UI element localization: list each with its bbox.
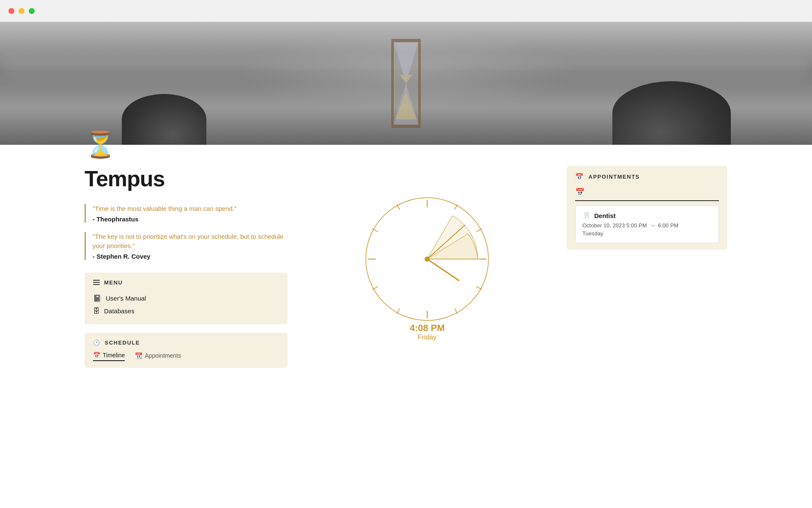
tab-timeline[interactable]: 📅 Timeline bbox=[93, 352, 125, 361]
appointment-time-end: 6:00 PM bbox=[658, 222, 678, 229]
appointment-date: October 10, 2023 bbox=[582, 222, 625, 229]
svg-rect-0 bbox=[391, 39, 421, 42]
menu-line bbox=[93, 280, 100, 281]
quote-text-1: "Time is the most valuable thing a man c… bbox=[93, 204, 288, 214]
main-content: Tempus "Time is the most valuable thing … bbox=[0, 157, 812, 393]
schedule-label: SCHEDULE bbox=[105, 340, 140, 346]
hero-hourglass-icon bbox=[387, 37, 425, 130]
menu-lines-icon bbox=[93, 280, 100, 285]
svg-rect-2 bbox=[391, 42, 394, 124]
schedule-section: 🕐 SCHEDULE 📅 Timeline 📆 Appointments bbox=[85, 333, 288, 368]
menu-item-label-users-manual: User's Manual bbox=[106, 295, 146, 302]
right-column: 📅 APPOINTMENTS 📅 🦷 Dentist October 10, 2… bbox=[567, 166, 727, 368]
calendar-mini-icon: 📅 bbox=[575, 188, 719, 201]
appointment-time-start: 5:00 PM bbox=[626, 222, 647, 229]
left-column: Tempus "Time is the most valuable thing … bbox=[85, 166, 288, 368]
appointments-section: 📅 APPOINTMENTS 📅 🦷 Dentist October 10, 2… bbox=[567, 166, 727, 250]
appointment-title: 🦷 Dentist bbox=[582, 212, 712, 220]
page-title: Tempus bbox=[85, 166, 288, 191]
svg-line-22 bbox=[427, 259, 459, 280]
menu-header: MENU bbox=[93, 279, 279, 286]
minimize-button[interactable] bbox=[19, 8, 25, 14]
appointment-card-dentist: 🦷 Dentist October 10, 2023 5:00 PM → 6:0… bbox=[575, 205, 719, 243]
center-column: 4:08 PM Friday bbox=[313, 166, 541, 368]
database-icon: 🗄 bbox=[93, 307, 100, 315]
quote-author-2: - Stephen R. Covey bbox=[93, 253, 288, 260]
appointment-time: October 10, 2023 5:00 PM → 6:00 PM bbox=[582, 222, 712, 229]
page-icon: ⏳ bbox=[85, 130, 116, 159]
menu-label: MENU bbox=[104, 279, 123, 286]
menu-item-label-databases: Databases bbox=[104, 307, 134, 315]
appointments-label: APPOINTMENTS bbox=[589, 174, 640, 180]
menu-line bbox=[93, 282, 100, 283]
clock-day-text: Friday bbox=[409, 334, 444, 341]
tab-appointments[interactable]: 📆 Appointments bbox=[135, 352, 181, 361]
hero-banner bbox=[0, 22, 812, 145]
menu-section: MENU 📓 User's Manual 🗄 Databases bbox=[85, 273, 288, 324]
quote-author-1: - Theophrastus bbox=[93, 215, 288, 223]
arrow-icon: → bbox=[650, 222, 655, 229]
quote-block-2: "The key is not to prioritize what's on … bbox=[85, 232, 288, 260]
tab-appointments-label: Appointments bbox=[145, 352, 181, 359]
close-button[interactable] bbox=[8, 8, 14, 14]
svg-point-25 bbox=[425, 257, 430, 262]
clock-container bbox=[359, 191, 495, 327]
appointment-name: Dentist bbox=[594, 212, 616, 219]
tab-timeline-label: Timeline bbox=[103, 352, 125, 359]
menu-item-users-manual[interactable]: 📓 User's Manual bbox=[93, 292, 279, 305]
appointments-tab-icon: 📆 bbox=[135, 352, 142, 359]
svg-marker-7 bbox=[395, 92, 417, 119]
appointment-day: Tuesday bbox=[582, 230, 712, 237]
svg-rect-1 bbox=[391, 124, 421, 128]
clock-face-svg bbox=[359, 191, 495, 327]
maximize-button[interactable] bbox=[29, 8, 35, 14]
notebook-icon: 📓 bbox=[93, 294, 102, 302]
tooth-icon: 🦷 bbox=[582, 212, 591, 220]
menu-line bbox=[93, 284, 100, 285]
quote-block-1: "Time is the most valuable thing a man c… bbox=[85, 204, 288, 223]
svg-marker-6 bbox=[400, 75, 412, 83]
clock-icon: 🕐 bbox=[93, 340, 101, 346]
quote-text-2: "The key is not to prioritize what's on … bbox=[93, 232, 288, 251]
menu-item-databases[interactable]: 🗄 Databases bbox=[93, 305, 279, 318]
schedule-header: 🕐 SCHEDULE bbox=[93, 340, 279, 346]
appointments-body: 📅 🦷 Dentist October 10, 2023 5:00 PM → 6… bbox=[575, 188, 719, 243]
page-icon-container: ⏳ bbox=[0, 132, 812, 157]
appointments-header: 📅 APPOINTMENTS bbox=[575, 173, 719, 181]
svg-rect-3 bbox=[418, 42, 421, 124]
browser-chrome bbox=[0, 0, 812, 22]
schedule-tabs: 📅 Timeline 📆 Appointments bbox=[93, 352, 279, 361]
timeline-icon: 📅 bbox=[93, 352, 100, 359]
calendar-header-icon: 📅 bbox=[575, 173, 584, 181]
